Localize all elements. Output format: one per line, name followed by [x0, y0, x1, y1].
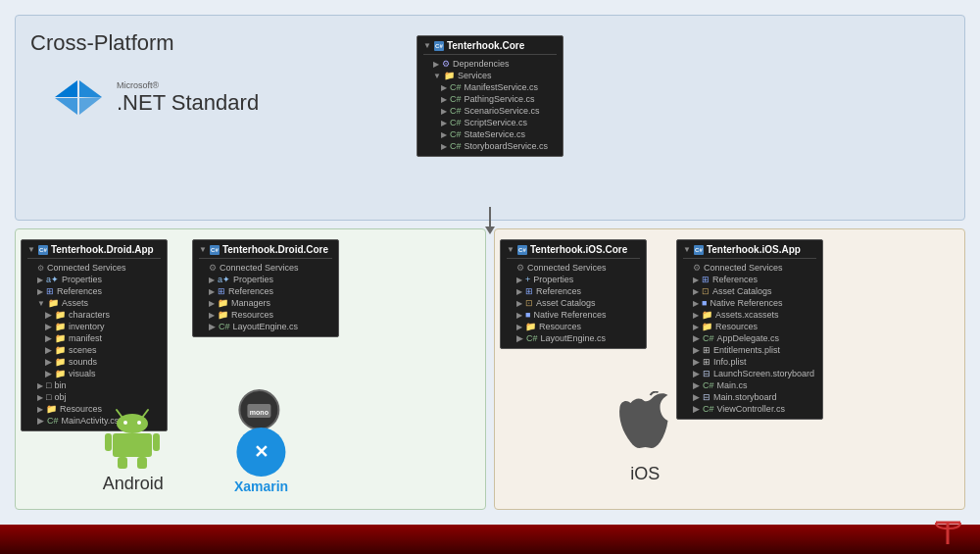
svg-rect-13 [118, 457, 127, 469]
expand-icon: ▶ [441, 119, 447, 127]
folder-icon: 📁 [218, 298, 228, 308]
cross-platform-section: Cross-Platform Microsoft® .NET Standard … [15, 15, 965, 221]
apple-logo-icon [613, 391, 677, 460]
folder-icon: 📁 [48, 298, 59, 308]
bottom-bar [0, 525, 980, 554]
expand-icon: ▶ [516, 323, 522, 331]
cs-icon: C# [703, 404, 714, 414]
expand-icon: ▶ [516, 311, 522, 320]
folder-icon: 📁 [702, 322, 712, 331]
svg-point-9 [137, 421, 141, 425]
microsoft-label: Microsoft® [117, 80, 259, 90]
iapp-mainstory: ▶ ⊟ Main.storyboard [683, 391, 816, 403]
dcore-properties: ▶ a✦ Properties [199, 274, 332, 285]
dcore-managers: ▶ 📁 Managers [199, 297, 332, 309]
icore-resources: ▶ 📁 Resources [507, 321, 640, 332]
dapp-sounds: ▶ 📁 sounds [27, 356, 161, 368]
ios-label: iOS [613, 464, 677, 484]
iapp-references: ▶ ⊞ References [683, 274, 816, 285]
core-svc-item: ▼ 📁 Services [423, 70, 557, 81]
net-standard-label: .NET Standard [117, 90, 259, 116]
mono-circle: mono [238, 389, 279, 430]
expand-icon: ▶ [37, 276, 43, 284]
dapp-visuals: ▶ 📁 visuals [27, 368, 161, 379]
cs-icon: C# [703, 333, 714, 343]
droid-core-title: ▼ C# Tenterhook.Droid.Core [199, 244, 332, 259]
dapp-properties: ▶ a✦ Properties [27, 274, 161, 285]
droid-core-project-box: ▼ C# Tenterhook.Droid.Core ⚙ Connected S… [192, 239, 339, 337]
cs-icon: C# [526, 333, 538, 343]
dapp-manifest: ▶ 📁 manifest [27, 332, 161, 344]
ios-app-title: ▼ C# Tenterhook.iOS.App [683, 244, 816, 259]
iapp-resources: ▶ 📁 Resources [683, 321, 816, 332]
svg-rect-11 [105, 433, 112, 451]
svg-rect-14 [137, 457, 147, 469]
expand-icon: ▼ [27, 245, 35, 254]
android-robot-icon [103, 406, 162, 470]
dapp-connected: ⚙ Connected Services [27, 262, 161, 274]
core-manifest-item: ▶ C# ManifestService.cs [423, 81, 557, 93]
dapp-references: ▶ ⊞ References [27, 285, 161, 297]
iapp-viewcontroller: ▶ C# ViewController.cs [683, 403, 816, 415]
cs-icon: C# [450, 129, 462, 139]
iapp-launchscreen: ▶ ⊟ LaunchScreen.storyboard [683, 368, 816, 379]
core-state-item: ▶ C# StateService.cs [423, 128, 557, 140]
ios-core-title: ▼ C# Tenterhook.iOS.Core [507, 244, 640, 259]
expand-icon: ▶ [441, 83, 447, 92]
folder-icon: 📁 [55, 357, 66, 367]
expand-icon: ▶ [441, 142, 447, 151]
iapp-assetcat: ▶ ⊡ Asset Catalogs [683, 285, 816, 297]
net-logo-text: Microsoft® .NET Standard [117, 80, 259, 116]
expand-icon: ▶ [37, 393, 43, 402]
cs-icon: C# [219, 322, 230, 331]
expand-icon: ▶ [37, 381, 43, 390]
cs-icon: C# [703, 380, 714, 390]
folder-icon: 📁 [55, 345, 66, 355]
ref-icon: ⊞ [525, 286, 533, 296]
core-project-box: ▼ C# Tenterhook.Core ▶ ⚙ Dependencies ▼ … [416, 35, 564, 157]
net-logo-icon [50, 76, 109, 120]
folder-icon: 📁 [702, 310, 712, 320]
dcore-resources: ▶ 📁 Resources [199, 309, 332, 321]
ref-icon: ⊞ [46, 286, 54, 296]
ios-app-icon: C# [694, 245, 704, 255]
expand-icon: ▶ [693, 276, 699, 284]
expand-icon: ▶ [693, 287, 699, 296]
icore-layoutengine: ▶ C# LayoutEngine.cs [507, 332, 640, 344]
platforms-section: ▼ C# Tenterhook.Droid.App ⚙ Connected Se… [15, 228, 965, 510]
iapp-info: ▶ ⊞ Info.plist [683, 356, 816, 368]
mono-icon: mono [245, 396, 272, 424]
ref-icon: ■ [525, 310, 530, 320]
iapp-entitlements: ▶ ⊞ Entitlements.plist [683, 344, 816, 356]
dcore-references: ▶ ⊞ References [199, 285, 332, 297]
expand-icon: ▶ [433, 60, 439, 69]
expand-icon: ▼ [199, 245, 207, 254]
core-storyboard-item: ▶ C# StoryboardService.cs [423, 140, 557, 152]
core-script-item: ▶ C# ScriptService.cs [423, 117, 557, 128]
xamarin-circle: ✕ [237, 428, 286, 477]
cs-icon: C# [450, 94, 462, 104]
cs-icon: C# [450, 106, 462, 116]
expand-icon: ▼ [507, 245, 514, 254]
expand-icon: ▶ [693, 323, 699, 331]
android-section: ▼ C# Tenterhook.Droid.App ⚙ Connected Se… [15, 228, 486, 510]
expand-icon: ▶ [693, 299, 699, 308]
cs-icon: C# [47, 416, 59, 426]
expand-icon: ▶ [516, 287, 522, 296]
expand-icon: ▶ [209, 311, 215, 320]
core-proj-icon: C# [434, 41, 444, 51]
droid-app-project-box: ▼ C# Tenterhook.Droid.App ⚙ Connected Se… [21, 239, 168, 431]
cs-icon: C# [450, 82, 462, 92]
svg-point-8 [123, 421, 127, 425]
core-project-title: ▼ C# Tenterhook.Core [423, 40, 557, 55]
svg-text:mono: mono [249, 409, 268, 416]
dapp-scenes: ▶ 📁 scenes [27, 344, 161, 356]
xamarin-container: ✕ Xamarin [234, 428, 288, 494]
dapp-bin: ▶ □ bin [27, 379, 161, 391]
core-scenario-item: ▶ C# ScenarioService.cs [423, 105, 557, 117]
dapp-characters: ▶ 📁 characters [27, 309, 161, 321]
iapp-appdelegate: ▶ C# AppDelegate.cs [683, 332, 816, 344]
droid-app-icon: C# [38, 245, 48, 255]
droid-app-title: ▼ C# Tenterhook.Droid.App [27, 244, 161, 259]
android-robot-container: Android [103, 406, 164, 494]
